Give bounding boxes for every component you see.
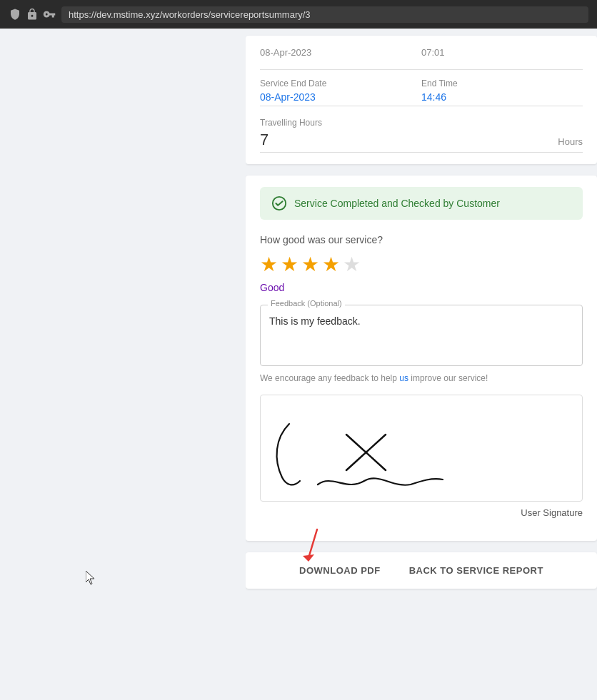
svg-marker-4 [303,554,314,562]
check-circle-icon [271,196,287,211]
prev-time-col: 07:01 [421,47,583,61]
main-content: 08-Apr-2023 07:01 0 1 Service End Date 0… [246,29,597,607]
shield-icon [9,8,21,21]
rating-label: Good [260,282,583,293]
star-4: ★ [322,253,340,276]
browser-chrome: https://dev.mstime.xyz/workorders/servic… [0,0,597,29]
travelling-hours-group: Travelling Hours 7 Hours [260,118,583,153]
end-time-label: End Time [421,78,583,88]
signature-label: User Signature [260,507,583,518]
hours-unit: Hours [558,136,583,147]
feedback-note-before: We encourage any feedback to help [260,373,399,383]
mouse-cursor [86,571,97,585]
action-bar: DOWNLOAD PDF BACK TO SERVICE REPORT [260,565,583,576]
travelling-hours-label: Travelling Hours [260,118,583,128]
browser-security-icons [9,8,56,21]
prev-date-value: 08-Apr-2023 [260,47,421,58]
service-completed-card: Service Completed and Checked by Custome… [246,176,597,541]
star-2: ★ [281,253,298,276]
signature-area [260,395,583,502]
prev-date-row: 08-Apr-2023 07:01 0 1 [260,47,583,70]
travelling-hours-number: 7 [260,131,269,149]
key-icon [43,8,56,21]
star-1: ★ [260,253,278,276]
star-5-empty: ★ [343,253,361,276]
signature-svg [261,395,461,502]
feedback-note: We encourage any feedback to help us imp… [260,373,583,383]
back-to-service-report-button[interactable]: BACK TO SERVICE REPORT [409,565,543,576]
end-time-group: End Time 14:46 [421,78,583,106]
star-3: ★ [301,253,319,276]
travelling-hours-value-row: 7 Hours [260,131,583,153]
feedback-note-link[interactable]: us [399,373,408,383]
service-completed-text: Service Completed and Checked by Custome… [294,198,500,209]
arrow-indicator [296,526,338,568]
rating-question: How good was our service? [260,234,583,245]
travelling-hours-row: Travelling Hours 7 Hours 8 [260,118,583,153]
left-panel [0,29,246,607]
svg-line-3 [308,529,317,558]
download-pdf-button[interactable]: DOWNLOAD PDF [299,565,381,576]
prev-time-value: 07:01 [421,47,583,58]
service-end-date-group: Service End Date 08-Apr-2023 [260,78,421,106]
feedback-field-label: Feedback (Optional) [268,299,345,308]
stars-row: ★ ★ ★ ★ ★ [260,253,583,276]
feedback-container: Feedback (Optional) This is my feedback. [260,305,583,366]
service-completed-banner: Service Completed and Checked by Custome… [260,187,583,220]
address-bar[interactable]: https://dev.mstime.xyz/workorders/servic… [61,6,588,23]
feedback-note-after: improve our service! [408,373,488,383]
lock-icon [26,8,39,21]
red-arrow-svg [296,526,338,565]
date-time-card: 08-Apr-2023 07:01 0 1 Service End Date 0… [246,36,597,164]
page-wrapper: 08-Apr-2023 07:01 0 1 Service End Date 0… [0,29,597,607]
service-end-date-value: 08-Apr-2023 [260,91,421,106]
end-time-value: 14:46 [421,91,583,106]
service-end-date-label: Service End Date [260,78,421,88]
prev-date-col: 08-Apr-2023 [260,47,421,61]
feedback-text: This is my feedback. [269,314,573,357]
action-bar-card: DOWNLOAD PDF BACK TO SERVICE REPORT [246,552,597,589]
end-date-time-row: Service End Date 08-Apr-2023 End Time 14… [260,78,583,106]
